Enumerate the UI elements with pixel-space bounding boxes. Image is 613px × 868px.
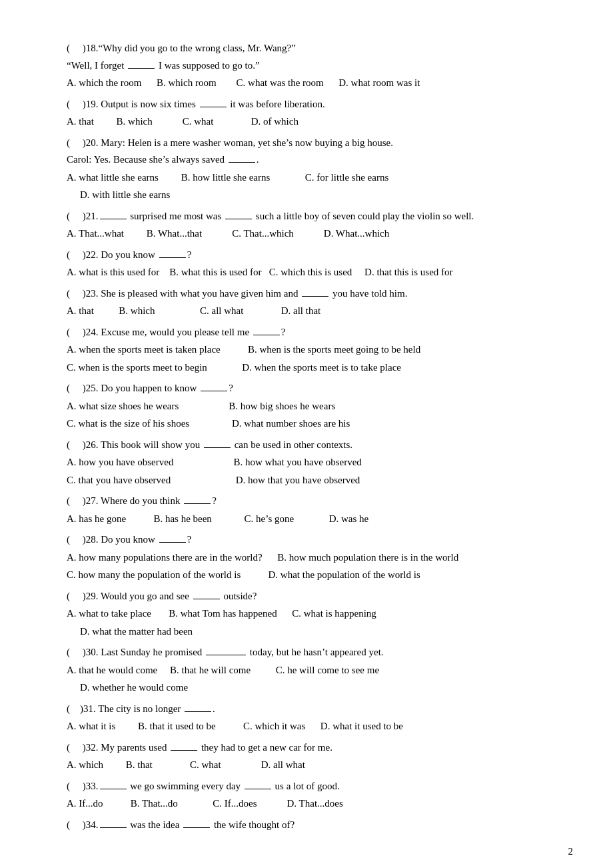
q26-options2: C. that you have observed D. how that yo… [67,472,560,489]
question-32: ( )32. My parents used they had to get a… [67,739,560,774]
question-28: ( )28. Do you know ? A. how many populat… [67,531,560,584]
q33-options: A. If...do B. That...do C. If...does D. … [67,795,560,813]
q32-options: A. which B. that C. what D. all what [67,757,560,774]
question-31: ( )31. The city is no longer . A. what i… [67,701,560,735]
question-19: ( )19. Output is now six times it was be… [67,96,560,131]
question-25: ( )25. Do you happen to know ? A. what s… [67,380,560,433]
q20-options2: D. with little she earns [67,187,560,204]
question-21: ( )21. surprised me most was such a litt… [67,208,560,243]
q33-stem: ( )33. we go swimming every day us a lot… [67,778,560,795]
question-20: ( )20. Mary: Helen is a mere washer woma… [67,135,560,204]
q20-stem1: ( )20. Mary: Helen is a mere washer woma… [67,135,560,152]
q26-options1: A. how you have observed B. how what you… [67,454,560,471]
q29-options2: D. what the matter had been [67,623,560,641]
question-30: ( )30. Last Sunday he promised today, bu… [67,644,560,697]
q23-stem: ( )23. She is pleased with what you have… [67,285,560,303]
question-26: ( )26. This book will show you can be us… [67,437,560,489]
q32-stem: ( )32. My parents used they had to get a… [67,739,560,757]
q25-options1: A. what size shoes he wears B. how big s… [67,398,560,415]
q20-options1: A. what little she earns B. how little s… [67,169,560,187]
q27-options: A. has he gone B. has he been C. he’s go… [67,511,560,528]
question-33: ( )33. we go swimming every day us a lot… [67,778,560,813]
page-content: ( )18.“Why did you go to the wrong class… [67,40,560,833]
q31-stem: ( )31. The city is no longer . [67,701,560,718]
q34-stem: ( )34. was the idea the wife thought of? [67,817,560,834]
question-23: ( )23. She is pleased with what you have… [67,285,560,320]
q29-options1: A. what to take place B. what Tom has ha… [67,605,560,623]
q21-options: A. That...what B. What...that C. That...… [67,225,560,243]
q27-stem: ( )27. Where do you think ? [67,493,560,510]
q30-options2: D. whether he would come [67,679,560,697]
question-22: ( )22. Do you know ? A. what is this use… [67,247,560,281]
q24-stem: ( )24. Excuse me, would you please tell … [67,324,560,341]
q30-options1: A. that he would come B. that he will co… [67,662,560,679]
q18-stem2: “Well, I forget I was supposed to go to.… [67,57,560,75]
q26-stem: ( )26. This book will show you can be us… [67,437,560,454]
question-24: ( )24. Excuse me, would you please tell … [67,324,560,377]
q28-options1: A. how many populations there are in the… [67,549,560,567]
q22-options: A. what is this used for B. what this is… [67,264,560,281]
q20-stem2: Carol: Yes. Because she’s always saved . [67,151,560,169]
question-27: ( )27. Where do you think ? A. has he go… [67,493,560,527]
question-29: ( )29. Would you go and see outside? A. … [67,588,560,641]
q19-stem: ( )19. Output is now six times it was be… [67,96,560,113]
q28-stem: ( )28. Do you know ? [67,531,560,549]
q24-options2: C. when is the sports meet to begin D. w… [67,359,560,377]
q28-options2: C. how many the population of the world … [67,567,560,584]
question-34: ( )34. was the idea the wife thought of? [67,817,560,834]
q18-options: A. which the room B. which room C. what … [67,75,560,92]
q30-stem: ( )30. Last Sunday he promised today, bu… [67,644,560,661]
q31-options: A. what it is B. that it used to be C. w… [67,718,560,735]
q22-stem: ( )22. Do you know ? [67,247,560,264]
q24-options1: A. when the sports meet is taken place B… [67,341,560,359]
q25-stem: ( )25. Do you happen to know ? [67,380,560,397]
q18-stem1: ( )18.“Why did you go to the wrong class… [67,40,560,57]
q21-stem: ( )21. surprised me most was such a litt… [67,208,560,225]
page-number: 2 [568,846,574,857]
q29-stem: ( )29. Would you go and see outside? [67,588,560,605]
q19-options: A. that B. which C. what D. of which [67,113,560,131]
q23-options: A. that B. which C. all what D. all that [67,303,560,320]
question-18: ( )18.“Why did you go to the wrong class… [67,40,560,92]
q25-options2: C. what is the size of his shoes D. what… [67,415,560,433]
